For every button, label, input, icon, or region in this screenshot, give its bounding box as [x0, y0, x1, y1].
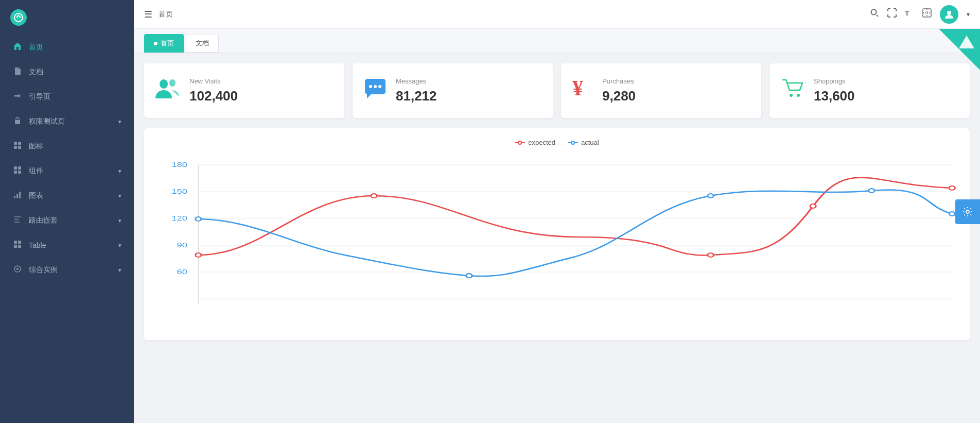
- guide-icon: [12, 92, 23, 102]
- nested-icon: [12, 215, 23, 226]
- sidebar-item-guide-label: 引导页: [29, 92, 50, 101]
- stat-label-purchases: Purchases: [602, 77, 636, 85]
- svg-point-47: [708, 253, 713, 257]
- content-area: New Visits 102,400 Messages: [134, 53, 980, 423]
- svg-point-27: [374, 85, 377, 88]
- sidebar-item-icons-label: 图标: [29, 142, 43, 151]
- svg-text:T: T: [905, 9, 909, 17]
- svg-point-55: [966, 210, 969, 213]
- logo-icon: [10, 9, 27, 26]
- float-settings-button[interactable]: [955, 199, 980, 224]
- sidebar-item-nested-label: 路由嵌套: [29, 216, 58, 225]
- purchases-icon: ¥: [571, 76, 594, 106]
- tab-home[interactable]: 首页: [144, 34, 184, 53]
- legend-expected-label: expected: [528, 139, 555, 146]
- svg-point-53: [869, 189, 874, 193]
- shoppings-icon: [780, 76, 806, 106]
- tab-active-dot: [154, 42, 157, 45]
- svg-point-51: [466, 274, 472, 278]
- chevron-down-icon: ▾: [118, 168, 121, 175]
- sidebar-item-permissions[interactable]: 权限测试页 ▾: [0, 109, 134, 134]
- svg-rect-11: [16, 194, 18, 198]
- svg-point-22: [947, 11, 951, 15]
- svg-text:¥: ¥: [572, 76, 583, 100]
- svg-point-0: [14, 13, 23, 22]
- svg-rect-9: [18, 171, 21, 174]
- svg-rect-2: [14, 142, 17, 145]
- svg-text:90: 90: [177, 242, 187, 249]
- stat-info-shoppings: Shoppings 13,600: [814, 77, 855, 104]
- chevron-down-icon: ▾: [118, 242, 121, 249]
- svg-point-23: [160, 79, 168, 89]
- sidebar-logo: [0, 0, 134, 35]
- svg-rect-7: [18, 166, 21, 170]
- svg-rect-8: [14, 171, 17, 174]
- svg-point-24: [169, 79, 176, 87]
- home-icon: [12, 42, 23, 53]
- svg-point-48: [810, 204, 816, 208]
- sidebar-item-nested[interactable]: 路由嵌套 ▾: [0, 208, 134, 233]
- svg-rect-4: [14, 146, 17, 149]
- font-size-icon[interactable]: T: [905, 8, 914, 20]
- sidebar-item-charts-label: 图表: [29, 191, 43, 200]
- stat-value-shoppings: 13,600: [814, 88, 855, 104]
- sidebar-item-docs[interactable]: 文档: [0, 60, 134, 84]
- fullscreen-icon[interactable]: [887, 8, 897, 20]
- svg-text:150: 150: [171, 188, 187, 195]
- svg-rect-1: [15, 120, 20, 124]
- svg-point-44: [196, 253, 201, 257]
- charts-icon: [12, 191, 23, 201]
- stat-card-shoppings: Shoppings 13,600: [769, 63, 970, 118]
- components-icon: [12, 166, 23, 176]
- svg-rect-5: [18, 146, 21, 149]
- legend-actual: actual: [568, 139, 599, 146]
- header: ☰ 首页 T ▾: [134, 0, 980, 29]
- table-icon: [12, 240, 23, 250]
- sidebar-item-examples[interactable]: 综合实例 ▾: [0, 258, 134, 282]
- search-icon[interactable]: [870, 8, 879, 20]
- sidebar-item-guide[interactable]: 引导页: [0, 84, 134, 109]
- svg-point-49: [949, 186, 955, 190]
- svg-rect-16: [18, 245, 21, 248]
- chevron-down-icon: ▾: [118, 267, 121, 274]
- stat-card-visits: New Visits 102,400: [144, 63, 344, 118]
- lock-icon: [12, 116, 23, 127]
- svg-point-26: [369, 85, 372, 88]
- svg-point-19: [871, 10, 877, 15]
- stat-value-messages: 81,212: [396, 88, 437, 104]
- sidebar-item-icons[interactable]: 图标: [0, 134, 134, 159]
- sidebar-item-components[interactable]: 组件 ▾: [0, 159, 134, 183]
- sidebar-item-table[interactable]: Table ▾: [0, 233, 134, 258]
- chevron-down-icon: ▾: [118, 119, 121, 125]
- stat-card-messages: Messages 81,212: [353, 63, 553, 118]
- stat-card-purchases: ¥ Purchases 9,280: [561, 63, 761, 118]
- translate-icon[interactable]: [922, 8, 932, 20]
- sidebar-item-docs-label: 文档: [29, 67, 43, 77]
- user-avatar[interactable]: [940, 5, 958, 24]
- tab-docs[interactable]: 文档: [186, 34, 219, 53]
- breadcrumb: 首页: [159, 10, 864, 19]
- stat-label-shoppings: Shoppings: [814, 77, 855, 85]
- stat-info-messages: Messages 81,212: [396, 77, 437, 104]
- svg-rect-10: [14, 196, 15, 198]
- sidebar-item-examples-label: 综合实例: [29, 265, 58, 275]
- icons-icon: [12, 141, 23, 151]
- svg-text:60: 60: [177, 268, 187, 276]
- stat-value-visits: 102,400: [189, 88, 238, 104]
- menu-toggle-icon[interactable]: ☰: [144, 9, 152, 20]
- sidebar-item-table-label: Table: [29, 241, 46, 249]
- legend-expected: expected: [515, 139, 555, 146]
- svg-point-28: [378, 85, 381, 88]
- sidebar-item-permissions-label: 权限测试页: [29, 117, 65, 126]
- svg-rect-15: [14, 245, 17, 248]
- stat-info-purchases: Purchases 9,280: [602, 77, 636, 104]
- visits-icon: [154, 76, 181, 106]
- svg-point-18: [16, 268, 19, 270]
- svg-point-30: [790, 94, 793, 97]
- sidebar: 首页 文档 引导页 权限测试页 ▾ 图标 组件 ▾: [0, 0, 134, 423]
- sidebar-item-charts[interactable]: 图表 ▾: [0, 183, 134, 208]
- sidebar-item-home[interactable]: 首页: [0, 35, 134, 60]
- tab-home-label: 首页: [161, 39, 174, 48]
- svg-point-54: [949, 212, 955, 216]
- avatar-dropdown-icon[interactable]: ▾: [967, 11, 970, 18]
